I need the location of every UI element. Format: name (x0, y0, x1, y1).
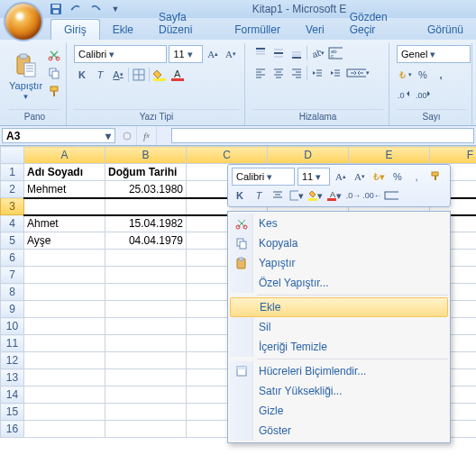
format-painter-icon[interactable] (46, 83, 62, 99)
row-header[interactable]: 8 (1, 284, 24, 301)
tab-home[interactable]: Giriş (50, 19, 100, 40)
tab-page-layout[interactable]: Sayfa Düzeni (146, 7, 222, 40)
cell[interactable]: Adı Soyadı (24, 164, 105, 181)
col-header-b[interactable]: B (105, 147, 187, 164)
select-all-corner[interactable] (1, 147, 24, 164)
tab-formulas[interactable]: Formüller (222, 20, 293, 40)
comma-format-icon[interactable]: , (433, 67, 449, 83)
increase-decimal-icon[interactable]: .0 (397, 86, 413, 103)
underline-button[interactable]: A▾ (110, 67, 126, 83)
row-header[interactable]: 2 (1, 181, 24, 198)
grow-font-icon[interactable]: A▴ (205, 46, 221, 62)
ctx-insert[interactable]: Ekle (230, 297, 448, 317)
tab-view[interactable]: Görünü (415, 20, 476, 40)
cell[interactable] (105, 198, 187, 215)
fill-color-icon[interactable]: ▾ (307, 187, 324, 204)
cancel-formula-icon[interactable] (117, 126, 137, 145)
row-header[interactable]: 12 (1, 352, 24, 369)
align-left-icon[interactable] (252, 65, 269, 81)
borders-icon[interactable]: ▾ (288, 187, 305, 204)
row-header[interactable]: 15 (1, 404, 24, 421)
shrink-font-icon[interactable]: A▾ (352, 168, 368, 185)
cell[interactable]: 15.04.1982 (105, 215, 187, 232)
merge-center-icon[interactable]: ▾ (345, 65, 371, 81)
cell-selected[interactable] (24, 198, 105, 215)
format-painter-icon[interactable] (427, 168, 444, 185)
insert-function-icon[interactable]: fx (137, 126, 157, 145)
orientation-icon[interactable]: ab▾ (309, 45, 325, 61)
tab-insert[interactable]: Ekle (100, 20, 146, 40)
number-format-combo[interactable]: Genel ▾ (397, 45, 471, 63)
ctx-copy[interactable]: Kopyala (230, 233, 448, 253)
align-bottom-icon[interactable] (288, 45, 305, 61)
increase-indent-icon[interactable] (327, 65, 343, 81)
decrease-decimal-icon[interactable]: .00 (415, 86, 431, 103)
col-header-c[interactable]: C (187, 147, 268, 164)
row-header[interactable]: 10 (1, 318, 24, 335)
cell[interactable]: Doğum Tarihi (105, 164, 187, 181)
fill-color-icon[interactable] (151, 67, 168, 83)
mini-font-combo[interactable]: Calibri▾ (232, 168, 295, 186)
tab-data[interactable]: Veri (293, 20, 337, 40)
cut-icon[interactable] (46, 47, 62, 63)
col-header-f[interactable]: F (430, 147, 477, 164)
percent-format-icon[interactable]: % (415, 67, 431, 83)
wrap-text-icon[interactable]: abc (327, 45, 343, 61)
redo-icon[interactable] (88, 2, 103, 16)
cell[interactable]: 04.04.1979 (105, 232, 187, 250)
row-header[interactable]: 9 (1, 301, 24, 318)
grow-font-icon[interactable]: A▴ (333, 168, 349, 185)
merge-center-icon[interactable] (383, 187, 399, 204)
row-header[interactable]: 11 (1, 335, 24, 352)
row-header[interactable]: 1 (1, 164, 24, 181)
qat-customize-icon[interactable]: ▼ (108, 2, 123, 16)
cell[interactable]: Mehmet (24, 181, 105, 198)
comma-format-icon[interactable]: , (408, 168, 425, 185)
cell[interactable]: Ahmet (24, 215, 105, 232)
italic-button[interactable]: T (92, 67, 108, 83)
row-header-selected[interactable]: 3 (1, 198, 24, 215)
save-icon[interactable] (49, 2, 63, 16)
ctx-paste-special[interactable]: Özel Yapıştır... (230, 273, 448, 293)
align-right-icon[interactable] (288, 65, 305, 81)
align-top-icon[interactable] (252, 45, 269, 61)
shrink-font-icon[interactable]: A▾ (223, 46, 239, 62)
row-header[interactable]: 6 (1, 250, 24, 267)
font-color-icon[interactable]: A▾ (326, 187, 343, 204)
bold-button[interactable]: K (232, 187, 248, 204)
increase-decimal-icon[interactable]: .0→ (345, 187, 362, 204)
col-header-d[interactable]: D (268, 147, 349, 164)
undo-icon[interactable] (69, 2, 83, 16)
paste-button[interactable]: Yapıştır ▼ (9, 45, 42, 109)
font-name-combo[interactable]: Calibri ▾ (74, 45, 167, 63)
cell[interactable]: 25.03.1980 (105, 181, 187, 198)
ctx-format-cells[interactable]: Hücreleri Biçimlendir... (230, 361, 448, 381)
row-header[interactable]: 13 (1, 369, 24, 387)
accounting-format-icon[interactable]: ₺▾ (371, 168, 387, 185)
mini-size-combo[interactable]: 11▾ (298, 168, 330, 186)
font-size-combo[interactable]: 11 ▾ (169, 45, 203, 63)
ctx-delete[interactable]: Sil (230, 317, 448, 337)
row-header[interactable]: 16 (1, 421, 24, 438)
align-center-icon[interactable] (270, 65, 287, 81)
italic-button[interactable]: T (251, 187, 267, 204)
borders-icon[interactable] (131, 67, 147, 83)
tab-review[interactable]: Gözden Geçir (337, 7, 415, 40)
col-header-a[interactable]: A (24, 147, 105, 164)
ctx-paste[interactable]: Yapıştır (230, 253, 448, 273)
percent-format-icon[interactable]: % (389, 168, 406, 185)
copy-icon[interactable] (46, 65, 62, 81)
name-box[interactable]: A3 ▾ (2, 128, 115, 143)
bold-button[interactable]: K (74, 67, 90, 83)
ctx-clear-contents[interactable]: İçeriği Temizle (230, 337, 448, 357)
decrease-decimal-icon[interactable]: .00← (364, 187, 380, 204)
font-color-icon[interactable]: A (169, 67, 186, 83)
align-middle-icon[interactable] (270, 45, 287, 61)
ctx-row-height[interactable]: Satır Yüksekliği... (230, 381, 448, 401)
row-header[interactable]: 4 (1, 215, 24, 232)
ctx-unhide[interactable]: Göster (230, 421, 448, 441)
ctx-cut[interactable]: Kes (230, 214, 448, 233)
cell[interactable]: Ayşe (24, 232, 105, 250)
decrease-indent-icon[interactable] (309, 65, 325, 81)
office-button[interactable] (4, 2, 43, 41)
